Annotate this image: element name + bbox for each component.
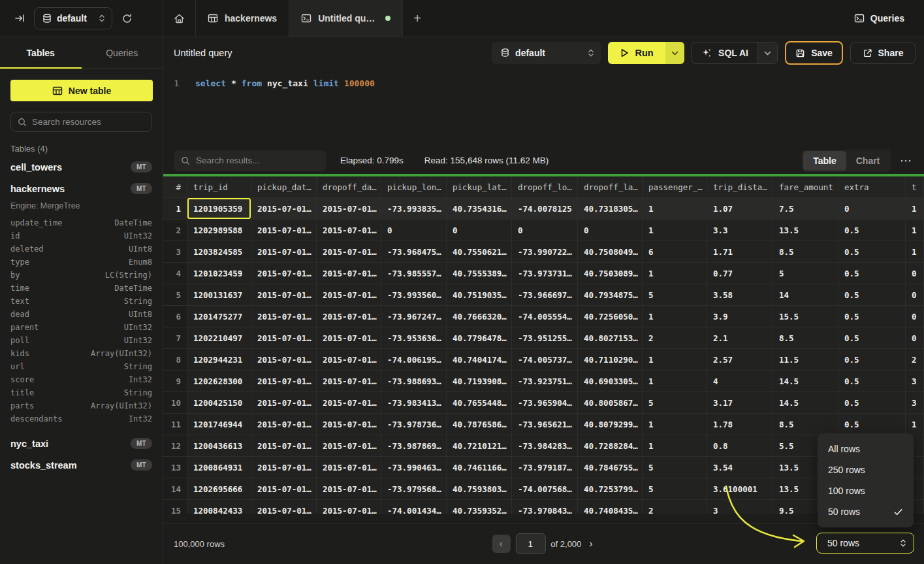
cell[interactable]: 1	[643, 349, 707, 371]
cell[interactable]: 2015-07-01…	[317, 306, 381, 327]
cell[interactable]: 2015-07-01…	[251, 500, 317, 514]
cell[interactable]: 3	[906, 392, 924, 414]
cell[interactable]: 0.5	[838, 284, 906, 306]
cell[interactable]: 1	[906, 414, 924, 435]
cell[interactable]: 40.7593803…	[447, 478, 512, 500]
cell[interactable]: 14	[773, 284, 838, 306]
sql-editor[interactable]: 1select*fromnyc_taxilimit100000	[163, 69, 924, 147]
cell[interactable]: 1202695666	[187, 478, 251, 500]
cell[interactable]: 5	[643, 392, 707, 414]
view-chart-button[interactable]: Chart	[846, 151, 889, 171]
cell[interactable]: 7.5	[773, 198, 838, 220]
row-number[interactable]: 2	[163, 220, 187, 241]
run-button[interactable]: Run	[608, 42, 665, 64]
cell[interactable]: 40.7408435…	[578, 500, 643, 514]
row-number[interactable]: 14	[163, 478, 187, 500]
cell[interactable]: 2015-07-01…	[317, 414, 381, 435]
cell[interactable]: 3.54	[707, 457, 773, 478]
share-button[interactable]: Share	[850, 42, 916, 64]
cell[interactable]: 2015-07-01…	[317, 263, 381, 284]
cell[interactable]: 3.9	[707, 306, 773, 327]
row-number[interactable]: 1	[163, 198, 187, 220]
cell[interactable]: -73.973731…	[512, 263, 578, 284]
row-number-header[interactable]: #	[163, 176, 187, 198]
cell[interactable]: 1202944231	[187, 349, 251, 371]
cell[interactable]: 14.5	[773, 392, 838, 414]
cell[interactable]: -73.966697…	[512, 284, 578, 306]
cell[interactable]: -73.979568…	[381, 478, 447, 500]
sidebar-table-cell-towers[interactable]: cell_towers MT	[0, 156, 163, 178]
cell[interactable]: 3.6100001	[707, 478, 773, 500]
cell[interactable]: 0.5	[838, 349, 906, 371]
cell[interactable]: 2015-07-01…	[251, 241, 317, 263]
cell[interactable]: 0	[381, 220, 447, 241]
page-number-input[interactable]	[515, 533, 545, 554]
cell[interactable]: 2015-07-01…	[251, 414, 317, 435]
cell[interactable]: -73.985557…	[381, 263, 447, 284]
cell[interactable]: 2.57	[707, 349, 773, 371]
cell[interactable]: 1.07	[707, 198, 773, 220]
cell[interactable]: 40.7354316…	[447, 198, 512, 220]
cell[interactable]: 40.7288284…	[578, 435, 643, 457]
column-header[interactable]: passenger_…	[643, 176, 707, 198]
cell[interactable]: 2015-07-01…	[251, 392, 317, 414]
cell[interactable]: 40.7666320…	[447, 306, 512, 327]
cell[interactable]: 2015-07-01…	[317, 435, 381, 457]
cell[interactable]: 1201905359	[187, 198, 251, 220]
cell[interactable]: 13.5	[773, 220, 838, 241]
cell[interactable]: 40.8027153…	[578, 327, 643, 349]
cell[interactable]: 1	[906, 241, 924, 263]
cell[interactable]: -73.951255…	[512, 327, 578, 349]
cell[interactable]: 40.7655448…	[447, 392, 512, 414]
cell[interactable]: 8.5	[773, 327, 838, 349]
row-number[interactable]: 15	[163, 500, 187, 514]
cell[interactable]: 40.7876586…	[447, 414, 512, 435]
tab-hackernews[interactable]: hackernews	[196, 0, 289, 37]
menu-item-250-rows[interactable]: 250 rows	[818, 459, 914, 480]
cell[interactable]: 8.5	[773, 414, 838, 435]
cell[interactable]: 2015-07-01…	[251, 220, 317, 241]
row-number[interactable]: 4	[163, 263, 187, 284]
cell[interactable]: 1	[643, 435, 707, 457]
cell[interactable]: -73.968475…	[381, 241, 447, 263]
cell[interactable]: 5	[643, 284, 707, 306]
refresh-button[interactable]	[121, 13, 133, 24]
menu-item-all-rows[interactable]: All rows	[818, 439, 914, 459]
cell[interactable]: 1	[643, 220, 707, 241]
cell[interactable]: 0.5	[838, 392, 906, 414]
row-number[interactable]: 3	[163, 241, 187, 263]
queries-button[interactable]: Queries	[854, 13, 904, 24]
cell[interactable]: 2015-07-01…	[251, 306, 317, 327]
cell[interactable]: 4	[707, 371, 773, 392]
cell[interactable]: 6	[643, 241, 707, 263]
cell[interactable]: 0	[447, 220, 512, 241]
cell[interactable]: 2015-07-01…	[317, 241, 381, 263]
column-header[interactable]: extra	[838, 176, 906, 198]
cell[interactable]: -74.005737…	[512, 349, 578, 371]
cell[interactable]: -73.983413…	[381, 392, 447, 414]
cell[interactable]: -74.0078125	[512, 198, 578, 220]
row-number[interactable]: 13	[163, 457, 187, 478]
cell[interactable]: 2015-07-01…	[317, 327, 381, 349]
cell[interactable]: 40.8005867…	[578, 392, 643, 414]
cell[interactable]: -74.005554…	[512, 306, 578, 327]
cell[interactable]: 1	[643, 263, 707, 284]
cell[interactable]: 40.7318305…	[578, 198, 643, 220]
cell[interactable]: 2.1	[707, 327, 773, 349]
sidebar-tab-queries[interactable]: Queries	[82, 37, 163, 68]
column-header[interactable]: dropoff_lo…	[512, 176, 578, 198]
row-number[interactable]: 9	[163, 371, 187, 392]
cell[interactable]: 2015-07-01…	[251, 284, 317, 306]
cell[interactable]: -74.007568…	[512, 478, 578, 500]
cell[interactable]: 40.7796478…	[447, 327, 512, 349]
cell[interactable]: 3.3	[707, 220, 773, 241]
sql-ai-options-button[interactable]	[757, 42, 777, 63]
column-header[interactable]: dropoff_la…	[578, 176, 643, 198]
cell[interactable]: -73.987869…	[381, 435, 447, 457]
cell[interactable]: 1200842433	[187, 500, 251, 514]
more-options-button[interactable]: ⋯	[899, 154, 914, 168]
cell[interactable]: 1201023459	[187, 263, 251, 284]
previous-page-button[interactable]: ‹	[492, 535, 510, 553]
cell[interactable]: 1	[643, 198, 707, 220]
cell[interactable]: 2015-07-01…	[317, 478, 381, 500]
